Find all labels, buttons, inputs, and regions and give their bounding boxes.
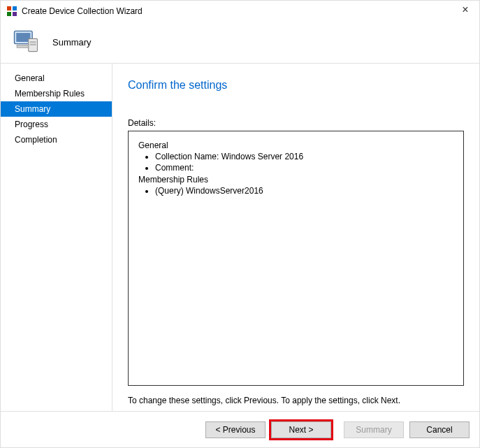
svg-rect-8 <box>30 44 36 45</box>
details-label: Details: <box>128 118 464 128</box>
wizard-body: General Membership Rules Summary Progres… <box>1 64 479 411</box>
sidebar-item-label: General <box>15 73 45 83</box>
page-heading: Confirm the settings <box>128 79 464 92</box>
details-section-title: Membership Rules <box>138 174 453 185</box>
sidebar-item-label: Progress <box>15 120 48 129</box>
sidebar-item-label: Summary <box>15 104 50 114</box>
content-pane: Confirm the settings Details: General Co… <box>112 64 479 411</box>
svg-rect-9 <box>17 45 28 48</box>
titlebar: Create Device Collection Wizard × <box>1 1 479 22</box>
sidebar-item-general[interactable]: General <box>1 71 112 86</box>
svg-rect-2 <box>7 12 11 16</box>
previous-button[interactable]: < Previous <box>205 421 266 438</box>
sidebar-item-summary[interactable]: Summary <box>1 101 112 117</box>
banner: Summary <box>1 22 479 64</box>
svg-rect-1 <box>13 6 17 10</box>
sidebar-item-label: Membership Rules <box>15 89 85 99</box>
details-section: Membership Rules (Query) WindowsServer20… <box>138 174 453 196</box>
details-bullet: Collection Name: Windows Server 2016 <box>155 151 453 162</box>
details-section: General Collection Name: Windows Server … <box>138 140 453 174</box>
sidebar: General Membership Rules Summary Progres… <box>1 64 112 411</box>
close-icon[interactable]: × <box>460 5 471 16</box>
cancel-button[interactable]: Cancel <box>409 421 470 438</box>
computer-icon <box>10 26 41 59</box>
banner-step-title: Summary <box>52 37 92 48</box>
sidebar-item-progress[interactable]: Progress <box>1 117 112 132</box>
sidebar-item-membership-rules[interactable]: Membership Rules <box>1 86 112 101</box>
sidebar-item-label: Completion <box>15 135 57 145</box>
summary-button: Summary <box>344 421 404 438</box>
svg-rect-0 <box>7 6 11 10</box>
svg-rect-3 <box>13 12 17 16</box>
details-box: General Collection Name: Windows Server … <box>128 131 464 386</box>
details-bullet: Comment: <box>155 162 453 173</box>
footer-hint: To change these settings, click Previous… <box>128 396 464 405</box>
details-bullet: (Query) WindowsServer2016 <box>155 185 453 196</box>
button-bar: < Previous Next > Summary Cancel <box>1 411 479 447</box>
svg-rect-7 <box>30 41 36 43</box>
window-title: Create Device Collection Wizard <box>22 6 143 16</box>
sidebar-item-completion[interactable]: Completion <box>1 132 112 147</box>
wizard-icon <box>6 6 17 17</box>
next-button[interactable]: Next > <box>271 421 331 438</box>
details-section-title: General <box>138 140 453 151</box>
